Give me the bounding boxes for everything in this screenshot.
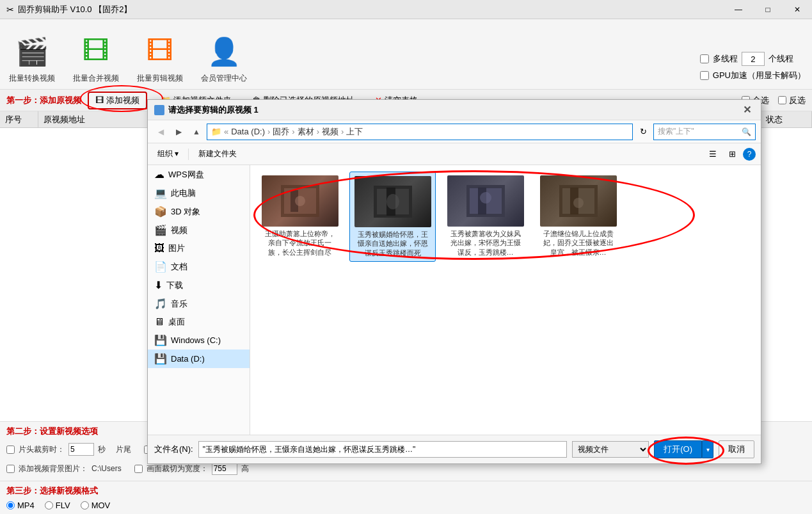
nav-pc-label: 此电脑	[171, 188, 196, 199]
bc-drive[interactable]: Data (D:)	[231, 127, 265, 136]
pc-icon: 💻	[154, 187, 167, 199]
bc-3[interactable]: 视频	[322, 126, 338, 138]
dialog-overlay: 请选择要剪辑的原视频 1 ✕ ◀ ▶ ▲ 📁 « Data (D:) › 固乔 …	[0, 0, 812, 514]
cancel-btn[interactable]: 取消	[719, 440, 754, 458]
dialog-icon	[154, 105, 164, 115]
dialog-title-bar: 请选择要剪辑的原视频 1 ✕	[148, 100, 761, 120]
list-item[interactable]: 玉秀被萧篡收为义妹风光出嫁，宋怀恩为王慑谋反，玉秀跳楼…	[442, 172, 529, 262]
nav-desktop-label: 桌面	[168, 316, 185, 328]
nav-win-c-label: Windows (C:)	[171, 335, 221, 345]
left-nav-panel: ☁ WPS网盘 💻 此电脑 📦 3D 对象 🎬 视频	[148, 165, 250, 435]
bc-1[interactable]: 固乔	[273, 126, 289, 138]
nav-music-label: 音乐	[171, 298, 187, 310]
bc-4[interactable]: 上下	[346, 126, 363, 138]
search-bar[interactable]: 搜索"上下" 🔍	[653, 124, 756, 140]
nav-documents[interactable]: 📄 文档	[148, 257, 250, 276]
file-caption-4: 子澹继位锦儿上位成贵妃，固乔义王慑被逐出皇宫，被王慑亲…	[540, 229, 617, 257]
file-grid: 王慑助萧篡上位称帝，亲自下令流放王氏一族，长公主挥剑自尽	[257, 172, 754, 262]
nav-documents-label: 文档	[171, 261, 187, 273]
file-caption-2: 玉秀被赐婚给怀恩，王慑亲自送她出嫁，怀恩谋反玉秀跳楼而死	[354, 230, 431, 257]
nav-data-d-label: Data (D:)	[171, 354, 205, 364]
view-grid-btn[interactable]: ⊞	[724, 146, 740, 163]
list-item[interactable]: 王慑助萧篡上位称帝，亲自下令流放王氏一族，长公主挥剑自尽	[257, 172, 343, 262]
search-placeholder-text: 搜索"上下"	[658, 126, 694, 137]
toolbar-sep	[188, 149, 189, 160]
file-caption-3: 玉秀被萧篡收为义妹风光出嫁，宋怀恩为王慑谋反，玉秀跳楼…	[447, 229, 524, 257]
open-btn-group: 打开(O) ▾	[654, 440, 713, 458]
dialog-title-text: 请选择要剪辑的原视频 1	[168, 104, 259, 116]
nav-pictures-label: 图片	[168, 243, 185, 254]
organize-btn[interactable]: 组织 ▾	[153, 147, 183, 161]
open-btn[interactable]: 打开(O)	[654, 440, 702, 458]
file-caption-1: 王慑助萧篡上位称帝，亲自下令流放王氏一族，长公主挥剑自尽	[262, 229, 338, 257]
file-thumb-1	[262, 175, 338, 227]
file-thumb-2	[354, 176, 431, 227]
help-btn[interactable]: ?	[743, 148, 756, 161]
videos-icon: 🎬	[154, 224, 167, 236]
filename-input[interactable]	[198, 441, 568, 458]
filetype-select[interactable]: 视频文件	[572, 441, 649, 458]
svg-point-15	[573, 198, 584, 208]
forward-btn[interactable]: ▶	[171, 124, 186, 140]
nav-desktop[interactable]: 🖥 桌面	[148, 313, 250, 331]
svg-point-3	[295, 196, 305, 206]
open-btn-arrow[interactable]: ▾	[702, 440, 713, 458]
music-icon: 🎵	[154, 298, 167, 310]
nav-data-d[interactable]: 💾 Data (D:)	[148, 349, 250, 368]
up-btn[interactable]: ▲	[189, 124, 204, 140]
nav-this-pc[interactable]: 💻 此电脑	[148, 184, 250, 202]
svg-point-7	[386, 194, 399, 209]
win-c-icon: 💾	[154, 334, 167, 346]
nav-videos-label: 视频	[171, 225, 187, 236]
nav-videos[interactable]: 🎬 视频	[148, 221, 250, 239]
dialog-bottom: 文件名(N): 视频文件 打开(O) ▾ 取消	[148, 435, 761, 463]
organize-label: 组织 ▾	[157, 149, 179, 159]
dialog-toolbar: 组织 ▾ 新建文件夹 ☰ ⊞ ?	[148, 143, 761, 165]
bc-folder-icon: 📁	[211, 127, 221, 136]
nav-downloads[interactable]: ⬇ 下载	[148, 276, 250, 294]
nav-music[interactable]: 🎵 音乐	[148, 294, 250, 313]
filename-label: 文件名(N):	[154, 444, 193, 455]
dialog-address-bar: ◀ ▶ ▲ 📁 « Data (D:) › 固乔 › 素材 › 视频 › 上下 …	[148, 120, 761, 143]
svg-point-11	[480, 192, 491, 204]
3d-icon: 📦	[154, 205, 167, 218]
file-thumb-3	[447, 175, 524, 227]
view-list-btn[interactable]: ☰	[705, 146, 721, 163]
file-grid-area: 王慑助萧篡上位称帝，亲自下令流放王氏一族，长公主挥剑自尽	[250, 165, 761, 435]
nav-3d-label: 3D 对象	[171, 206, 200, 218]
desktop-icon: 🖥	[154, 316, 164, 328]
nav-win-c[interactable]: 💾 Windows (C:)	[148, 331, 250, 349]
pictures-icon: 🖼	[154, 243, 164, 254]
new-folder-label: 新建文件夹	[198, 149, 237, 159]
nav-downloads-label: 下载	[166, 280, 183, 291]
list-item[interactable]: 子澹继位锦儿上位成贵妃，固乔义王慑被逐出皇宫，被王慑亲…	[535, 172, 621, 262]
app-window: ✂ 固乔剪辑助手 V10.0 【固乔2】 — □ ✕ 🎬 批量转换视频 🎞 批量…	[0, 0, 812, 514]
dialog-close-btn[interactable]: ✕	[739, 102, 754, 118]
file-thumb-4	[540, 175, 617, 227]
list-item[interactable]: 玉秀被赐婚给怀恩，王慑亲自送她出嫁，怀恩谋反玉秀跳楼而死	[349, 172, 436, 262]
new-folder-btn[interactable]: 新建文件夹	[194, 147, 241, 161]
nav-wps[interactable]: ☁ WPS网盘	[148, 165, 250, 184]
nav-3d[interactable]: 📦 3D 对象	[148, 202, 250, 221]
bc-2[interactable]: 素材	[298, 126, 314, 138]
documents-icon: 📄	[154, 261, 167, 273]
file-dialog: 请选择要剪辑的原视频 1 ✕ ◀ ▶ ▲ 📁 « Data (D:) › 固乔 …	[147, 99, 761, 464]
data-d-icon: 💾	[154, 353, 167, 365]
dialog-content: ☁ WPS网盘 💻 此电脑 📦 3D 对象 🎬 视频	[148, 165, 761, 435]
search-icon: 🔍	[742, 127, 751, 136]
refresh-btn[interactable]: ↻	[635, 124, 651, 140]
toolbar-right: ☰ ⊞ ?	[705, 146, 756, 163]
wps-icon: ☁	[154, 168, 164, 181]
nav-pictures[interactable]: 🖼 图片	[148, 239, 250, 257]
breadcrumb: 📁 « Data (D:) › 固乔 › 素材 › 视频 › 上下	[207, 124, 633, 140]
downloads-icon: ⬇	[154, 279, 163, 291]
nav-wps-label: WPS网盘	[168, 169, 204, 181]
back-btn[interactable]: ◀	[153, 124, 168, 140]
